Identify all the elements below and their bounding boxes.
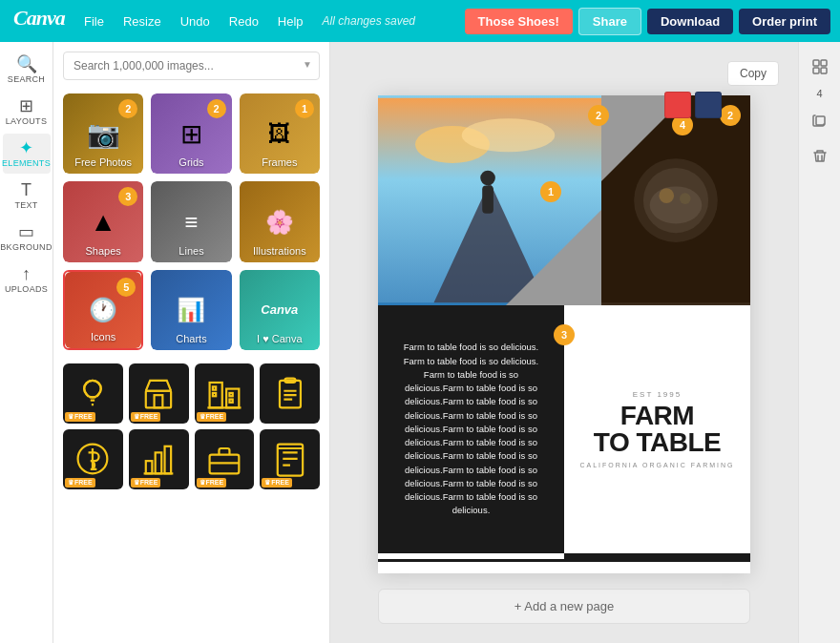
project-name-button[interactable]: Those Shoes! (465, 9, 573, 34)
free-badge: ♛FREE (65, 412, 95, 422)
redo-menu[interactable]: Redo (221, 10, 266, 32)
frames-card[interactable]: 🖼 Frames 1 (240, 93, 320, 174)
sidebar-item-layouts[interactable]: ⊞ LAYOUTS (3, 92, 51, 132)
lines-card[interactable]: ≡ Lines (151, 181, 231, 261)
grids-badge: 2 (207, 99, 226, 118)
charts-card[interactable]: 📊 Charts (151, 270, 231, 350)
canvas-right-text-block[interactable]: EST 1995 FARM TO TABLE CALIFORNIA ORGANI… (564, 305, 750, 553)
grids-card[interactable]: ⊞ Grids 2 (151, 93, 231, 174)
color-swatch-red[interactable] (664, 92, 691, 118)
help-menu[interactable]: Help (270, 10, 311, 32)
icons-grid: ♛FREE ♛FREE (63, 363, 320, 489)
svg-point-36 (650, 186, 703, 223)
left-panel: ▼ 📷 Free Photos 2 ⊞ Grids 2 🖼 (53, 42, 330, 643)
svg-point-38 (680, 193, 691, 204)
icon-barchart[interactable]: ♛FREE (129, 429, 189, 489)
download-button[interactable]: Download (647, 9, 733, 34)
svg-point-31 (480, 171, 495, 186)
sidebar-search-label: SEARCH (8, 74, 45, 84)
grid-view-button[interactable] (805, 52, 835, 82)
elements-icon: ✦ (19, 139, 33, 156)
resize-menu[interactable]: Resize (116, 10, 169, 32)
sidebar-item-elements[interactable]: ✦ ELEMENTS (3, 134, 51, 174)
share-button[interactable]: Share (578, 8, 641, 35)
free-badge: ♛FREE (197, 478, 227, 487)
svg-rect-10 (280, 381, 301, 408)
duplicate-button[interactable] (805, 105, 835, 135)
california-subtitle: CALIFORNIA ORGANIC FARMING (579, 462, 734, 468)
sidebar-elements-label: ELEMENTS (2, 158, 51, 168)
text-icon: T (21, 181, 32, 198)
sidebar-bg-label: BKGROUND (0, 242, 52, 252)
elements-grid: 📷 Free Photos 2 ⊞ Grids 2 🖼 Frames 1 (53, 86, 329, 358)
frames-badge: 1 (295, 99, 314, 118)
canvas-bottom-section[interactable]: 5 Photos by Canva 4 Story by Beej 4 (378, 559, 750, 573)
uploads-icon: ↑ (22, 265, 31, 282)
canvas-badge-center: 1 (540, 181, 561, 202)
free-photos-card[interactable]: 📷 Free Photos 2 (63, 93, 143, 174)
icons-label: Icons (65, 331, 141, 342)
farm-title: FARM TO TABLE (594, 403, 721, 456)
copy-button[interactable]: Copy (727, 61, 779, 86)
search-input[interactable] (63, 52, 320, 80)
canvas-left-photo[interactable] (378, 95, 601, 305)
sidebar-item-search[interactable]: 🔍 SEARCH (3, 50, 51, 90)
icon-lightbulb[interactable]: ♛FREE (63, 363, 123, 424)
svg-point-37 (659, 188, 674, 203)
canvas-top-bar: Copy (349, 61, 779, 86)
icon-briefcase[interactable]: ♛FREE (195, 429, 255, 489)
frames-label: Frames (240, 156, 320, 168)
file-menu[interactable]: File (76, 10, 112, 32)
search-bar: ▼ (53, 42, 329, 86)
layouts-icon: ⊞ (19, 97, 33, 114)
i-love-canva-label: I ♥ Canva (240, 333, 320, 344)
svg-rect-8 (229, 393, 232, 396)
sidebar-item-uploads[interactable]: ↑ UPLOADS (3, 259, 51, 300)
canvas-badge-top-right: 2 (720, 105, 741, 126)
undo-menu[interactable]: Undo (173, 10, 218, 32)
lines-label: Lines (151, 245, 231, 257)
design-canvas[interactable]: 2 2 1 Farm to table food is so delicious… (378, 95, 750, 573)
canvas-badge-leftbar: 3 (554, 324, 575, 345)
canvas-top-section: 2 2 1 (378, 95, 750, 305)
order-print-button[interactable]: Order print (739, 9, 830, 34)
color-swatch-blue[interactable] (695, 92, 722, 118)
icons-badge: 5 (116, 278, 136, 297)
icon-dollar[interactable]: ♛FREE (63, 429, 123, 489)
sidebar-item-text[interactable]: T TEXT (3, 176, 51, 216)
svg-rect-16 (146, 461, 153, 473)
canvas-left-text-block[interactable]: Farm to table food is so delicious. Farm… (378, 305, 564, 553)
save-status: All changes saved (323, 14, 415, 28)
est-label: EST 1995 (633, 390, 682, 399)
canvas-badge-top-left: 2 (588, 105, 609, 126)
add-page-button[interactable]: + Add a new page (378, 589, 750, 624)
icon-buildings[interactable]: ♛FREE (195, 363, 255, 424)
free-badge: ♛FREE (197, 412, 227, 422)
i-love-canva-card[interactable]: Canva I ♥ Canva (240, 270, 320, 350)
icon-store[interactable]: ♛FREE (129, 363, 189, 424)
free-badge: ♛FREE (131, 478, 161, 487)
sidebar-item-background[interactable]: ▭ BKGROUND (3, 218, 51, 258)
canva-logo[interactable]: Canva (10, 7, 73, 35)
icon-notepad[interactable]: ♛FREE (260, 429, 320, 489)
free-photos-label: Free Photos (63, 156, 143, 168)
illustrations-card[interactable]: 🌸 Illustrations (240, 181, 320, 261)
svg-rect-41 (821, 60, 827, 66)
svg-rect-7 (213, 393, 216, 396)
charts-label: Charts (151, 333, 231, 344)
svg-rect-6 (213, 387, 216, 390)
copy-icon (812, 113, 828, 128)
free-badge: ♛FREE (65, 478, 95, 487)
icon-clipboard[interactable] (260, 363, 320, 424)
svg-rect-18 (165, 446, 172, 474)
navbar: Canva File Resize Undo Redo Help All cha… (0, 0, 840, 42)
sidebar-icons: 🔍 SEARCH ⊞ LAYOUTS ✦ ELEMENTS T TEXT ▭ B… (0, 42, 53, 643)
icons-card[interactable]: 🕐 Icons 5 (63, 270, 143, 350)
background-icon: ▭ (18, 223, 34, 240)
shapes-card[interactable]: ▲ Shapes 3 (63, 181, 143, 261)
grid-icon (812, 59, 828, 74)
delete-button[interactable] (805, 141, 835, 172)
grids-label: Grids (151, 156, 231, 168)
main-layout: 🔍 SEARCH ⊞ LAYOUTS ✦ ELEMENTS T TEXT ▭ B… (0, 42, 840, 643)
svg-rect-32 (482, 185, 494, 213)
